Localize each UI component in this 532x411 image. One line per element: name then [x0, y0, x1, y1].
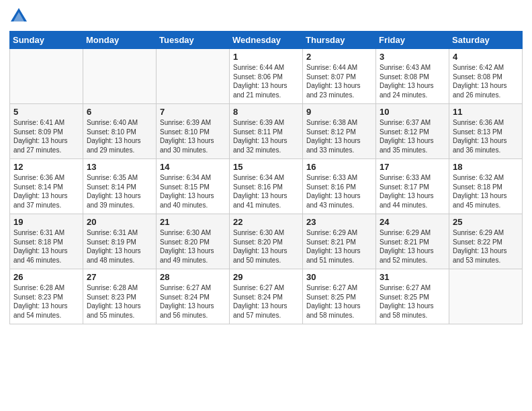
day-number: 22	[233, 217, 299, 227]
day-info: Sunrise: 6:39 AM Sunset: 8:11 PM Dayligh…	[233, 118, 299, 154]
logo-icon	[9, 7, 28, 26]
day-number: 11	[453, 107, 519, 117]
day-number: 8	[233, 107, 299, 117]
calendar-cell: 11Sunrise: 6:36 AM Sunset: 8:13 PM Dayli…	[449, 104, 523, 159]
day-number: 27	[87, 272, 152, 282]
calendar-week-row: 1Sunrise: 6:44 AM Sunset: 8:06 PM Daylig…	[10, 49, 523, 104]
calendar-cell: 9Sunrise: 6:38 AM Sunset: 8:12 PM Daylig…	[303, 104, 376, 159]
calendar-cell: 14Sunrise: 6:34 AM Sunset: 8:15 PM Dayli…	[157, 159, 230, 214]
day-number: 14	[160, 162, 226, 172]
calendar-cell: 8Sunrise: 6:39 AM Sunset: 8:11 PM Daylig…	[230, 104, 303, 159]
day-info: Sunrise: 6:33 AM Sunset: 8:17 PM Dayligh…	[380, 173, 445, 210]
day-info: Sunrise: 6:30 AM Sunset: 8:20 PM Dayligh…	[233, 228, 299, 265]
day-number: 6	[87, 107, 152, 117]
calendar-header-wednesday: Wednesday	[230, 32, 303, 49]
day-info: Sunrise: 6:30 AM Sunset: 8:20 PM Dayligh…	[160, 228, 226, 265]
day-number: 18	[453, 162, 519, 172]
day-info: Sunrise: 6:28 AM Sunset: 8:23 PM Dayligh…	[13, 283, 79, 320]
day-info: Sunrise: 6:40 AM Sunset: 8:10 PM Dayligh…	[87, 118, 152, 154]
calendar-cell: 21Sunrise: 6:30 AM Sunset: 8:20 PM Dayli…	[157, 214, 230, 269]
calendar-cell: 29Sunrise: 6:27 AM Sunset: 8:24 PM Dayli…	[230, 269, 303, 324]
logo	[9, 7, 31, 26]
day-number: 29	[233, 272, 299, 282]
calendar-cell: 3Sunrise: 6:43 AM Sunset: 8:08 PM Daylig…	[376, 49, 449, 104]
day-info: Sunrise: 6:35 AM Sunset: 8:14 PM Dayligh…	[87, 173, 152, 210]
day-number: 1	[233, 52, 299, 62]
calendar-cell: 4Sunrise: 6:42 AM Sunset: 8:08 PM Daylig…	[449, 49, 523, 104]
calendar-header-monday: Monday	[83, 32, 157, 49]
day-number: 16	[306, 162, 372, 172]
day-info: Sunrise: 6:28 AM Sunset: 8:23 PM Dayligh…	[87, 283, 152, 320]
day-number: 28	[160, 272, 226, 282]
day-number: 4	[453, 52, 519, 62]
day-info: Sunrise: 6:33 AM Sunset: 8:16 PM Dayligh…	[306, 173, 372, 210]
calendar-cell	[157, 49, 230, 104]
calendar-header-saturday: Saturday	[449, 32, 523, 49]
calendar-header-thursday: Thursday	[303, 32, 376, 49]
calendar-week-row: 12Sunrise: 6:36 AM Sunset: 8:14 PM Dayli…	[10, 159, 523, 214]
day-number: 3	[380, 52, 445, 62]
day-number: 17	[380, 162, 445, 172]
calendar-week-row: 5Sunrise: 6:41 AM Sunset: 8:09 PM Daylig…	[10, 104, 523, 159]
day-info: Sunrise: 6:34 AM Sunset: 8:16 PM Dayligh…	[233, 173, 299, 210]
day-info: Sunrise: 6:34 AM Sunset: 8:15 PM Dayligh…	[160, 173, 226, 210]
day-info: Sunrise: 6:44 AM Sunset: 8:07 PM Dayligh…	[306, 63, 372, 99]
calendar-week-row: 19Sunrise: 6:31 AM Sunset: 8:18 PM Dayli…	[10, 214, 523, 269]
day-number: 19	[13, 217, 79, 227]
day-info: Sunrise: 6:39 AM Sunset: 8:10 PM Dayligh…	[160, 118, 226, 154]
day-number: 13	[87, 162, 152, 172]
day-info: Sunrise: 6:31 AM Sunset: 8:18 PM Dayligh…	[13, 228, 79, 265]
calendar-cell: 1Sunrise: 6:44 AM Sunset: 8:06 PM Daylig…	[230, 49, 303, 104]
day-number: 15	[233, 162, 299, 172]
day-number: 26	[13, 272, 79, 282]
calendar-cell: 18Sunrise: 6:32 AM Sunset: 8:18 PM Dayli…	[449, 159, 523, 214]
day-number: 10	[380, 107, 445, 117]
day-number: 30	[306, 272, 372, 282]
calendar-cell: 25Sunrise: 6:29 AM Sunset: 8:22 PM Dayli…	[449, 214, 523, 269]
calendar-cell: 31Sunrise: 6:27 AM Sunset: 8:25 PM Dayli…	[376, 269, 449, 324]
day-number: 31	[380, 272, 445, 282]
calendar-header-friday: Friday	[376, 32, 449, 49]
calendar-cell: 7Sunrise: 6:39 AM Sunset: 8:10 PM Daylig…	[157, 104, 230, 159]
day-info: Sunrise: 6:29 AM Sunset: 8:22 PM Dayligh…	[453, 228, 519, 265]
day-number: 21	[160, 217, 226, 227]
day-number: 25	[453, 217, 519, 227]
day-info: Sunrise: 6:36 AM Sunset: 8:14 PM Dayligh…	[13, 173, 79, 210]
calendar-cell: 28Sunrise: 6:27 AM Sunset: 8:24 PM Dayli…	[157, 269, 230, 324]
day-info: Sunrise: 6:27 AM Sunset: 8:25 PM Dayligh…	[380, 283, 445, 320]
day-info: Sunrise: 6:42 AM Sunset: 8:08 PM Dayligh…	[453, 63, 519, 99]
day-info: Sunrise: 6:27 AM Sunset: 8:24 PM Dayligh…	[233, 283, 299, 320]
calendar-cell: 22Sunrise: 6:30 AM Sunset: 8:20 PM Dayli…	[230, 214, 303, 269]
calendar-cell: 30Sunrise: 6:27 AM Sunset: 8:25 PM Dayli…	[303, 269, 376, 324]
calendar-cell: 12Sunrise: 6:36 AM Sunset: 8:14 PM Dayli…	[10, 159, 83, 214]
calendar-header-tuesday: Tuesday	[157, 32, 230, 49]
calendar-cell: 26Sunrise: 6:28 AM Sunset: 8:23 PM Dayli…	[10, 269, 83, 324]
day-info: Sunrise: 6:27 AM Sunset: 8:25 PM Dayligh…	[306, 283, 372, 320]
calendar-cell: 13Sunrise: 6:35 AM Sunset: 8:14 PM Dayli…	[83, 159, 157, 214]
day-info: Sunrise: 6:36 AM Sunset: 8:13 PM Dayligh…	[453, 118, 519, 154]
header	[9, 7, 523, 26]
day-info: Sunrise: 6:29 AM Sunset: 8:21 PM Dayligh…	[306, 228, 372, 265]
calendar-cell: 16Sunrise: 6:33 AM Sunset: 8:16 PM Dayli…	[303, 159, 376, 214]
calendar-header-row: SundayMondayTuesdayWednesdayThursdayFrid…	[10, 32, 523, 49]
day-number: 24	[380, 217, 445, 227]
calendar-table: SundayMondayTuesdayWednesdayThursdayFrid…	[9, 31, 523, 324]
day-number: 9	[306, 107, 372, 117]
day-number: 2	[306, 52, 372, 62]
calendar-week-row: 26Sunrise: 6:28 AM Sunset: 8:23 PM Dayli…	[10, 269, 523, 324]
calendar-cell	[449, 269, 523, 324]
calendar-cell: 15Sunrise: 6:34 AM Sunset: 8:16 PM Dayli…	[230, 159, 303, 214]
day-number: 20	[87, 217, 152, 227]
calendar-cell: 23Sunrise: 6:29 AM Sunset: 8:21 PM Dayli…	[303, 214, 376, 269]
calendar-cell: 2Sunrise: 6:44 AM Sunset: 8:07 PM Daylig…	[303, 49, 376, 104]
day-number: 23	[306, 217, 372, 227]
calendar-cell: 17Sunrise: 6:33 AM Sunset: 8:17 PM Dayli…	[376, 159, 449, 214]
calendar-cell: 5Sunrise: 6:41 AM Sunset: 8:09 PM Daylig…	[10, 104, 83, 159]
day-number: 12	[13, 162, 79, 172]
day-info: Sunrise: 6:37 AM Sunset: 8:12 PM Dayligh…	[380, 118, 445, 154]
day-info: Sunrise: 6:31 AM Sunset: 8:19 PM Dayligh…	[87, 228, 152, 265]
calendar-cell: 20Sunrise: 6:31 AM Sunset: 8:19 PM Dayli…	[83, 214, 157, 269]
calendar-cell: 24Sunrise: 6:29 AM Sunset: 8:21 PM Dayli…	[376, 214, 449, 269]
calendar-header-sunday: Sunday	[10, 32, 83, 49]
day-info: Sunrise: 6:38 AM Sunset: 8:12 PM Dayligh…	[306, 118, 372, 154]
